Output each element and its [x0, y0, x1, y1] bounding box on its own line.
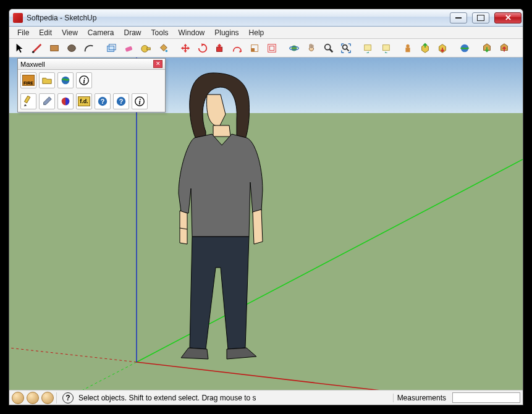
panel-info2-button[interactable]: i	[132, 93, 148, 109]
measurements-input[interactable]	[452, 392, 520, 403]
svg-point-9	[166, 49, 168, 52]
panel-help1-button[interactable]: ?	[95, 93, 111, 109]
menu-file[interactable]: File	[13, 27, 33, 38]
svg-text:?: ?	[119, 98, 124, 105]
panel-row-2: f.d.??i	[18, 91, 165, 112]
share-model-button[interactable]	[434, 40, 450, 56]
svg-point-19	[343, 44, 347, 49]
export-button[interactable]	[479, 40, 495, 56]
menu-camera[interactable]: Camera	[83, 27, 119, 38]
push-pull-button[interactable]	[212, 40, 228, 56]
scale-button[interactable]	[247, 40, 263, 56]
panel-folder-button[interactable]	[39, 72, 55, 88]
maximize-button[interactable]	[472, 12, 489, 23]
svg-text:?: ?	[101, 98, 105, 105]
svg-rect-22	[383, 44, 390, 50]
make-component-button[interactable]	[103, 40, 119, 56]
panel-globe-button[interactable]	[57, 72, 74, 88]
svg-line-20	[347, 48, 349, 51]
get-models-button[interactable]	[417, 40, 433, 56]
svg-rect-6	[125, 46, 132, 52]
move-button[interactable]	[177, 40, 193, 56]
menu-window[interactable]: Window	[174, 27, 209, 38]
select-button[interactable]	[12, 40, 28, 56]
titlebar[interactable]: Softpedia - SketchUp ✕	[9, 9, 523, 27]
svg-point-1	[32, 51, 35, 53]
rectangle-button[interactable]	[46, 40, 62, 56]
rotate-button[interactable]	[195, 40, 211, 56]
panel-close-button[interactable]: ✕	[153, 60, 163, 68]
svg-text:i: i	[83, 77, 85, 85]
menu-tools[interactable]: Tools	[147, 27, 173, 38]
svg-rect-14	[269, 46, 274, 50]
svg-line-0	[33, 44, 41, 52]
maxwell-panel[interactable]: Maxwell ✕ FIREi f.d.??i	[17, 58, 166, 112]
svg-point-3	[68, 44, 76, 51]
svg-rect-4	[108, 46, 114, 51]
close-button[interactable]: ✕	[494, 12, 521, 23]
status-btn-1[interactable]	[12, 392, 24, 404]
svg-rect-12	[251, 48, 255, 51]
follow-me-button[interactable]	[229, 40, 245, 56]
window-title: Softpedia - SketchUp	[27, 14, 96, 22]
svg-point-23	[406, 44, 409, 47]
main-toolbar	[9, 39, 523, 57]
import-button[interactable]	[496, 40, 512, 56]
minimize-button[interactable]	[450, 12, 467, 23]
svg-rect-30	[25, 96, 30, 103]
svg-point-17	[325, 44, 331, 49]
add-person-button[interactable]	[400, 40, 416, 56]
measurements-label: Measurements	[393, 394, 450, 402]
svg-text:i: i	[138, 98, 141, 106]
menu-help[interactable]: Help	[245, 27, 269, 38]
panel-fd-button[interactable]: f.d.	[76, 93, 92, 109]
svg-rect-21	[365, 44, 371, 50]
statusbar: ? Select objects. Shift to extend select…	[9, 390, 523, 405]
app-icon	[13, 13, 23, 23]
help-icon[interactable]: ?	[62, 392, 74, 403]
menu-plugins[interactable]: Plugins	[210, 27, 243, 38]
menu-view[interactable]: View	[57, 27, 82, 38]
panel-title: Maxwell	[20, 61, 45, 68]
line-button[interactable]	[29, 40, 45, 56]
tape-measure-button[interactable]	[138, 40, 154, 56]
panel-row-1: FIREi	[18, 70, 165, 91]
status-btn-2[interactable]	[27, 392, 39, 404]
googleearth-button[interactable]	[457, 40, 473, 56]
panel-help2-button[interactable]: ?	[113, 93, 129, 109]
svg-line-18	[330, 49, 333, 52]
offset-button[interactable]	[264, 40, 280, 56]
next-view-button[interactable]	[378, 40, 394, 56]
circle-button[interactable]	[64, 40, 80, 56]
svg-rect-10	[217, 47, 222, 51]
panel-fire-button[interactable]: FIRE	[20, 72, 36, 88]
eraser-button[interactable]	[120, 40, 137, 56]
paint-bucket-button[interactable]	[155, 40, 171, 56]
svg-rect-8	[147, 48, 150, 50]
menu-edit[interactable]: Edit	[35, 27, 56, 38]
status-btn-3[interactable]	[41, 392, 54, 404]
panel-titlebar[interactable]: Maxwell ✕	[18, 59, 165, 70]
menubar: File Edit View Camera Draw Tools Window …	[9, 27, 523, 39]
arc-button[interactable]	[81, 40, 97, 56]
status-hint: Select objects. Shift to extend select. …	[76, 394, 391, 402]
zoom-extents-button[interactable]	[338, 40, 354, 56]
panel-pencil-button[interactable]	[20, 93, 36, 109]
svg-rect-24	[405, 48, 410, 52]
panel-eyedrop-button[interactable]	[39, 93, 55, 109]
ground	[9, 113, 523, 390]
zoom-button[interactable]	[321, 40, 337, 56]
previous-view-button[interactable]	[360, 40, 376, 56]
svg-rect-13	[268, 44, 276, 52]
pan-button[interactable]	[303, 40, 319, 56]
menu-draw[interactable]: Draw	[120, 27, 146, 38]
svg-rect-2	[51, 45, 59, 51]
panel-contrast-button[interactable]	[57, 93, 74, 109]
panel-info1-button[interactable]: i	[76, 72, 92, 88]
orbit-button[interactable]	[286, 40, 302, 56]
